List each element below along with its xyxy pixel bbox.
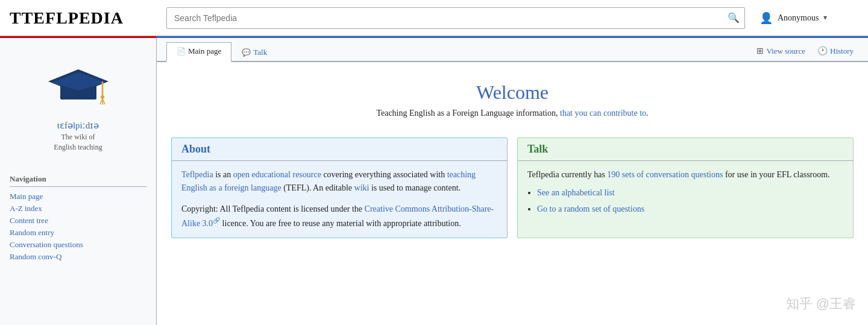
nav-item-random-entry[interactable]: Random entry bbox=[10, 228, 146, 238]
talk-box-header: Talk bbox=[518, 138, 853, 161]
tab-talk[interactable]: 💬 Talk bbox=[231, 43, 277, 62]
content-boxes: About Teflpedia is an open educational r… bbox=[171, 137, 854, 238]
site-logo-image bbox=[42, 57, 115, 118]
tab-main-page[interactable]: 📄 Main page bbox=[166, 42, 231, 62]
page-content: 📄 Main page 💬 Talk ⊞ View source 🕐 Histo… bbox=[157, 38, 868, 325]
about-paragraph-1: Teflpedia is an open educational resourc… bbox=[181, 168, 497, 195]
site-header: TTeflpedia 🔍 👤 Anonymous ▾ bbox=[0, 0, 868, 36]
nav-item-content-tree[interactable]: Content tree bbox=[10, 216, 146, 226]
user-dropdown-icon: ▾ bbox=[823, 13, 827, 22]
teflpedia-link[interactable]: Teflpedia bbox=[181, 170, 213, 179]
page-body: Welcome Teaching English as a Foreign La… bbox=[157, 62, 868, 248]
nav-item-main-page[interactable]: Main page bbox=[10, 192, 146, 201]
search-input[interactable] bbox=[167, 13, 723, 23]
welcome-section: Welcome Teaching English as a Foreign La… bbox=[171, 72, 854, 133]
nav-item-az-index[interactable]: A-Z index bbox=[10, 204, 146, 213]
logo-tagline: The wiki of English teaching bbox=[54, 132, 102, 153]
user-menu[interactable]: 👤 Anonymous ▾ bbox=[760, 11, 827, 25]
talk-box: Talk Teflpedia currently has 190 sets of… bbox=[517, 137, 854, 238]
search-bar: 🔍 bbox=[166, 7, 745, 29]
contribute-link[interactable]: that you can contribute to bbox=[560, 109, 646, 118]
navigation-section: Navigation Main page A-Z index Content t… bbox=[0, 167, 156, 271]
talk-tab-icon: 💬 bbox=[242, 48, 251, 57]
talk-box-body: Teflpedia currently has 190 sets of conv… bbox=[518, 161, 853, 226]
logo-area: tɛfəlpiːdɪə The wiki of English teaching bbox=[0, 48, 156, 167]
logo-phonetic: tɛfəlpiːdɪə bbox=[57, 120, 99, 131]
svg-marker-2 bbox=[51, 72, 105, 90]
user-icon: 👤 bbox=[760, 11, 773, 25]
search-icon: 🔍 bbox=[728, 12, 740, 24]
about-paragraph-2: Copyright: All Teflpedia content is lice… bbox=[181, 203, 497, 230]
view-source-link[interactable]: ⊞ View source bbox=[752, 43, 810, 58]
nav-title: Navigation bbox=[10, 174, 146, 187]
talk-list: See an alphabetical list Go to a random … bbox=[537, 186, 843, 216]
wiki-link[interactable]: wiki bbox=[354, 183, 370, 192]
user-label: Anonymous bbox=[778, 13, 819, 23]
page-tabs: 📄 Main page 💬 Talk ⊞ View source 🕐 Histo… bbox=[157, 38, 868, 62]
welcome-title: Welcome bbox=[171, 81, 854, 104]
view-source-icon: ⊞ bbox=[756, 46, 764, 56]
main-layout: tɛfəlpiːdɪə The wiki of English teaching… bbox=[0, 38, 868, 325]
oes-link[interactable]: open educational resource bbox=[233, 170, 321, 179]
talk-list-item-1[interactable]: See an alphabetical list bbox=[537, 186, 843, 200]
search-button[interactable]: 🔍 bbox=[723, 8, 744, 28]
about-box-header: About bbox=[172, 138, 507, 161]
talk-list-item-2[interactable]: Go to a random set of questions bbox=[537, 203, 843, 216]
site-logo[interactable]: TTeflpedia bbox=[10, 8, 166, 28]
talk-intro: Teflpedia currently has 190 sets of conv… bbox=[527, 168, 843, 181]
sidebar: tɛfəlpiːdɪə The wiki of English teaching… bbox=[0, 38, 157, 325]
nav-item-random-conv-q[interactable]: Random conv-Q bbox=[10, 252, 146, 262]
about-box-body: Teflpedia is an open educational resourc… bbox=[172, 161, 507, 238]
tabs-right: ⊞ View source 🕐 History bbox=[752, 43, 858, 61]
nav-item-conversation-questions[interactable]: Conversation questions bbox=[10, 240, 146, 250]
history-icon: 🕐 bbox=[817, 46, 828, 56]
svg-point-4 bbox=[101, 95, 104, 99]
tabs-left: 📄 Main page 💬 Talk bbox=[166, 41, 277, 61]
main-page-tab-icon: 📄 bbox=[177, 47, 186, 56]
history-link[interactable]: 🕐 History bbox=[813, 43, 858, 58]
sets-link[interactable]: 190 sets of conversation questions bbox=[607, 170, 723, 179]
welcome-subtitle: Teaching English as a Foreign Language i… bbox=[171, 109, 854, 118]
about-box: About Teflpedia is an open educational r… bbox=[171, 137, 508, 238]
nav-list: Main page A-Z index Content tree Random … bbox=[10, 192, 146, 262]
